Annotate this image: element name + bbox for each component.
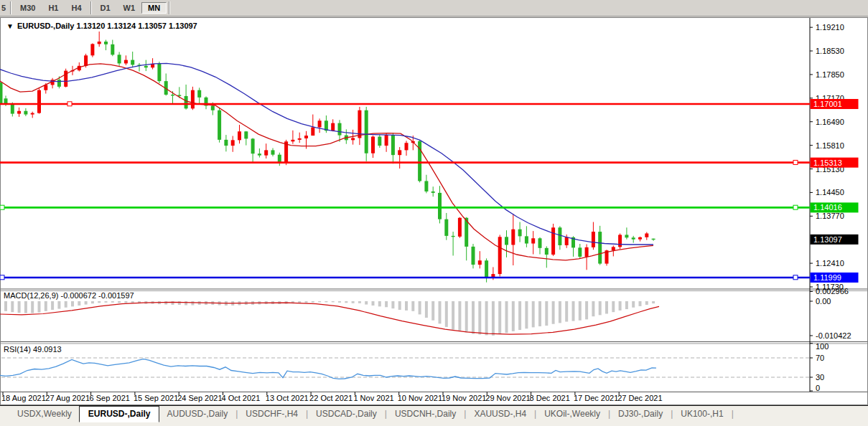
macd-histogram-bar bbox=[411, 301, 414, 311]
timeframe-button-w1[interactable]: W1 bbox=[117, 2, 142, 14]
date-axis-label: 29 Nov 2021 bbox=[485, 394, 530, 402]
candle-body-up bbox=[531, 238, 535, 243]
symbol-tab-uk100[interactable]: UK100-,H1 bbox=[673, 406, 730, 421]
macd-histogram-bar bbox=[57, 301, 60, 309]
price-axis-tick-label: 1.13770 bbox=[816, 212, 844, 220]
symbol-tab-usdx[interactable]: USDX,Weekly bbox=[10, 406, 79, 421]
macd-histogram-bar bbox=[338, 301, 341, 303]
candle-body-down bbox=[558, 227, 561, 245]
macd-histogram-bar bbox=[619, 301, 622, 311]
macd-histogram-bar bbox=[605, 301, 608, 313]
level-line-handle[interactable] bbox=[0, 205, 4, 209]
macd-histogram-bar bbox=[332, 301, 335, 302]
candle-body-up bbox=[618, 235, 622, 247]
symbol-tab-xauusd[interactable]: XAUUSD-,H4 bbox=[467, 406, 533, 421]
price-axis-tick-label: 1.14450 bbox=[816, 188, 844, 197]
macd-histogram-bar bbox=[312, 301, 314, 303]
candle-body-up bbox=[645, 234, 648, 237]
candle-body-up bbox=[238, 131, 241, 140]
date-axis-label: 22 Oct 2021 bbox=[309, 394, 353, 402]
symbol-tab-usdcad[interactable]: USDCAD-,Daily bbox=[309, 406, 384, 421]
macd-histogram-bar bbox=[625, 301, 628, 309]
candle-body-up bbox=[90, 44, 94, 55]
macd-histogram-bar bbox=[592, 301, 594, 316]
macd-histogram-bar bbox=[385, 301, 388, 307]
candle-body-down bbox=[131, 60, 134, 65]
timeframe-button-m30[interactable]: M30 bbox=[14, 2, 42, 14]
chart-window-frame bbox=[1, 18, 868, 405]
toolbar-separator bbox=[10, 1, 11, 14]
price-marker-text: 1.14016 bbox=[813, 203, 842, 212]
candle-body-down bbox=[365, 110, 368, 153]
candle-body-down bbox=[424, 181, 428, 191]
candle-body-up bbox=[478, 260, 482, 265]
macd-histogram-bar bbox=[532, 301, 535, 327]
timeframe-button-h4[interactable]: H4 bbox=[65, 2, 88, 14]
macd-histogram-bar bbox=[365, 301, 368, 305]
level-line-handle[interactable] bbox=[793, 205, 798, 209]
timeframe-button-h1[interactable]: H1 bbox=[42, 2, 65, 14]
timeframe-button-mn[interactable]: MN bbox=[141, 2, 167, 14]
price-axis-tick-label: 1.19210 bbox=[816, 23, 844, 32]
candle-body-up bbox=[612, 247, 615, 250]
candle-body-up bbox=[191, 90, 195, 109]
macd-histogram-bar bbox=[445, 301, 448, 327]
macd-histogram-bar bbox=[612, 301, 615, 312]
symbol-tab-dj30[interactable]: DJ30-,Daily bbox=[611, 406, 670, 421]
macd-histogram-bar bbox=[318, 301, 321, 302]
price-marker-text: 1.11999 bbox=[813, 273, 841, 282]
macd-histogram-bar bbox=[164, 301, 167, 305]
level-line-handle[interactable] bbox=[793, 275, 798, 280]
macd-histogram-bar bbox=[585, 301, 588, 319]
rsi-axis-label: 0 bbox=[816, 384, 820, 392]
chart-canvas[interactable]: 0.0029660.00-0.010422MACD(12,26,9) -0.00… bbox=[0, 0, 868, 426]
symbol-tab-usdchf[interactable]: USDCHF-,H4 bbox=[238, 406, 305, 421]
symbol-tab-audusd[interactable]: AUDUSD-,Daily bbox=[159, 406, 235, 421]
candle-body-down bbox=[185, 96, 188, 108]
toolbar-separator bbox=[90, 1, 92, 14]
date-axis-label: 19 Nov 2021 bbox=[442, 394, 486, 402]
level-line-handle[interactable] bbox=[67, 102, 72, 106]
candle-body-down bbox=[57, 80, 61, 87]
symbol-tab-bar: USDX,WeeklyEURUSD-,DailyAUDUSD-,Daily|US… bbox=[0, 405, 868, 426]
symbol-tab-ukoil[interactable]: UKOil-,Weekly bbox=[537, 406, 607, 421]
symbol-tab-eurusd[interactable]: EURUSD-,Daily bbox=[79, 406, 160, 422]
date-axis-label: 18 Aug 2021 bbox=[1, 394, 46, 402]
macd-histogram-bar bbox=[472, 301, 475, 334]
macd-histogram-bar bbox=[358, 301, 361, 303]
price-axis-tick-label: 1.17850 bbox=[816, 70, 844, 79]
macd-histogram-bar bbox=[512, 301, 515, 331]
date-axis-label: 6 Sep 2021 bbox=[90, 394, 130, 402]
symbol-dropdown-icon[interactable]: ▼ bbox=[6, 22, 14, 30]
macd-histogram-bar bbox=[178, 301, 181, 305]
macd-histogram-bar bbox=[652, 301, 655, 303]
macd-histogram-bar bbox=[559, 301, 561, 323]
candle-body-down bbox=[118, 55, 121, 63]
timeframe-button-d1[interactable]: D1 bbox=[94, 2, 117, 14]
level-line-handle[interactable] bbox=[0, 275, 4, 280]
price-axis-tick-label: 1.18530 bbox=[816, 47, 844, 55]
candle-body-down bbox=[472, 247, 475, 265]
candle-body-down bbox=[218, 110, 221, 140]
candle-body-down bbox=[111, 44, 114, 55]
macd-histogram-bar bbox=[11, 301, 14, 312]
macd-histogram-bar bbox=[425, 301, 428, 318]
candle-body-up bbox=[585, 247, 589, 257]
macd-histogram-bar bbox=[579, 301, 582, 321]
candle-body-up bbox=[37, 90, 41, 113]
candle-body-up bbox=[592, 232, 595, 247]
candle-body-down bbox=[598, 232, 602, 264]
macd-histogram-bar bbox=[65, 301, 67, 308]
macd-histogram-bar bbox=[325, 301, 327, 302]
macd-histogram-bar bbox=[439, 301, 442, 323]
timeframe-button-m5[interactable]: 5 bbox=[0, 2, 8, 14]
candle-body-up bbox=[458, 218, 462, 237]
candle-body-down bbox=[431, 191, 435, 193]
candle-body-down bbox=[251, 138, 255, 153]
symbol-tab-usdcnh[interactable]: USDCNH-,Daily bbox=[388, 406, 463, 421]
level-line-handle[interactable] bbox=[793, 160, 798, 164]
candle-body-down bbox=[197, 90, 201, 98]
macd-histogram-bar bbox=[465, 301, 468, 332]
macd-histogram-bar bbox=[185, 301, 187, 306]
price-marker-text: 1.15313 bbox=[813, 158, 842, 167]
